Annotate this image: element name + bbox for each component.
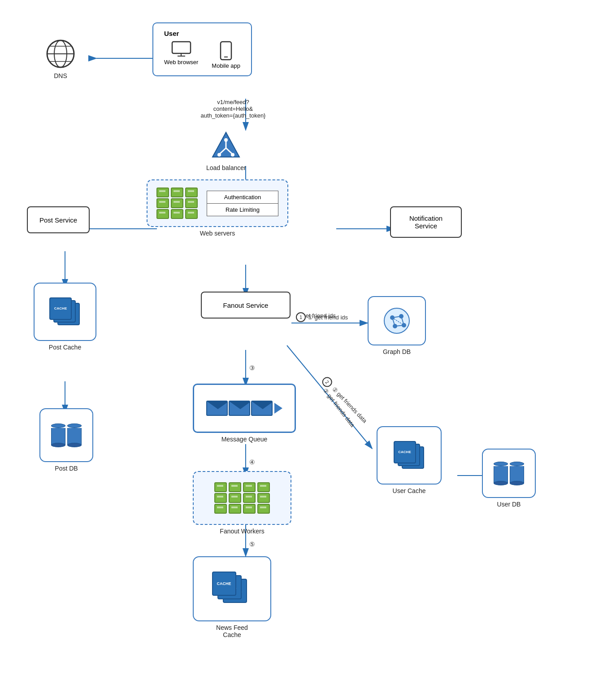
news-feed-cache-node: CACHE CACHE CACHE News Feed Cache: [193, 556, 271, 638]
rate-limiting-box: Rate Limiting: [207, 204, 278, 216]
svg-text:⑤: ⑤: [249, 541, 255, 548]
post-db-box: [39, 408, 93, 462]
fanout-workers-node: Fanout Workers: [193, 471, 291, 535]
graph-db-node: Graph DB: [368, 296, 426, 355]
news-feed-cache-icon: CACHE CACHE CACHE: [212, 572, 252, 607]
post-cache-box: CACHE CACHE CACHE: [34, 283, 96, 341]
phone-icon: [220, 41, 232, 61]
api-call-label: v1/me/feed?content=Hello&auth_token={aut…: [193, 99, 273, 119]
step1-label: 1 ① get friend ids: [296, 312, 348, 322]
web-servers-box: Authentication Rate Limiting: [147, 179, 288, 227]
load-balancer-label: Load balancer: [206, 164, 246, 171]
user-db-box: [482, 449, 536, 498]
fw-server-unit-1: [214, 482, 227, 514]
svg-rect-27: [172, 42, 191, 53]
post-db-node: Post DB: [39, 408, 93, 472]
authentication-label: Authentication: [224, 194, 261, 201]
notification-service-label: Notification Service: [409, 214, 442, 230]
post-cache-node: CACHE CACHE CACHE Post Cache: [34, 283, 96, 351]
rate-limiting-label: Rate Limiting: [226, 206, 260, 213]
message-queue-node: Message Queue: [193, 384, 296, 443]
monitor-icon: [171, 41, 191, 57]
svg-text:④: ④: [249, 458, 255, 466]
svg-point-38: [231, 153, 234, 157]
notification-service-node: Notification Service: [390, 206, 462, 238]
post-service-node: Post Service: [27, 206, 90, 233]
svg-line-13: [287, 345, 372, 449]
web-servers-label: Web servers: [200, 230, 235, 237]
svg-text:③: ③: [249, 364, 255, 371]
fanout-workers-icon: [214, 482, 270, 514]
envelope-1: [206, 401, 228, 416]
post-service-label: Post Service: [39, 216, 77, 224]
server-unit-3: [185, 188, 198, 219]
mobile-app-label: Mobile app: [212, 62, 240, 69]
user-cache-node: CACHE CACHE CACHE User Cache: [377, 426, 442, 494]
user-cache-icon: CACHE CACHE CACHE: [394, 441, 425, 470]
envelope-3: [251, 401, 273, 416]
user-db-cyl-2: [510, 462, 524, 485]
svg-point-37: [217, 153, 221, 157]
news-feed-cache-box: CACHE CACHE CACHE: [193, 556, 271, 621]
user-db-cyl-1: [494, 462, 508, 485]
architecture-diagram: ① get friend ids ② get friends data ③ ④ …: [0, 0, 616, 681]
authentication-box: Authentication: [207, 191, 278, 204]
post-db-label: Post DB: [55, 465, 78, 472]
graph-db-icon: [382, 306, 412, 336]
web-servers-node: Authentication Rate Limiting Web servers: [128, 179, 307, 237]
post-db-icon: [51, 423, 82, 447]
dns-label: DNS: [54, 72, 67, 79]
fanout-workers-box: [193, 471, 291, 525]
server-icon: [156, 188, 198, 219]
envelope-2: [229, 401, 250, 416]
message-queue-icon: [206, 401, 282, 416]
fw-server-unit-2: [229, 482, 241, 514]
fw-server-unit-4: [257, 482, 270, 514]
post-cache-icon: CACHE CACHE CACHE: [49, 297, 81, 327]
load-balancer-icon: [210, 130, 242, 162]
fw-server-unit-3: [243, 482, 256, 514]
post-db-cyl-2: [67, 423, 82, 447]
svg-point-36: [224, 138, 228, 142]
load-balancer-node: Load balancer: [206, 130, 246, 171]
user-db-label: User DB: [497, 501, 521, 508]
user-box: User Web browser: [152, 22, 252, 76]
server-unit-1: [156, 188, 169, 219]
fanout-service-label: Fanout Service: [223, 301, 269, 309]
message-queue-box: [193, 384, 296, 433]
server-unit-2: [171, 188, 183, 219]
api-call-text: v1/me/feed?content=Hello&auth_token={aut…: [201, 99, 266, 119]
fanout-service-node: Fanout Service: [201, 292, 291, 319]
user-cache-box: CACHE CACHE CACHE: [377, 426, 442, 485]
message-queue-label: Message Queue: [221, 436, 268, 443]
web-browser-device: Web browser: [164, 41, 198, 69]
mobile-app-device: Mobile app: [212, 41, 240, 69]
user-title: User: [164, 30, 179, 37]
user-node: User Web browser: [152, 22, 252, 76]
dns-node: DNS: [45, 38, 76, 79]
dns-globe-icon: [45, 38, 76, 70]
graph-db-label: Graph DB: [383, 348, 411, 355]
step2-label: 2 ② get friends data: [320, 375, 369, 425]
notification-service-box: Notification Service: [390, 206, 462, 238]
news-feed-cache-label: News Feed Cache: [216, 624, 248, 638]
user-cache-label: User Cache: [393, 487, 426, 494]
mq-arrow-icon: [274, 403, 282, 414]
graph-db-box: [368, 296, 426, 345]
auth-rate-container: Authentication Rate Limiting: [207, 191, 278, 216]
fanout-service-box: Fanout Service: [201, 292, 291, 319]
fanout-workers-label: Fanout Workers: [220, 528, 264, 535]
user-db-icon: [494, 462, 524, 485]
post-cache-label: Post Cache: [49, 344, 81, 351]
post-db-cyl-1: [51, 423, 65, 447]
web-browser-label: Web browser: [164, 59, 198, 65]
user-devices: Web browser Mobile app: [164, 41, 240, 69]
post-service-box: Post Service: [27, 206, 90, 233]
user-db-node: User DB: [482, 449, 536, 508]
